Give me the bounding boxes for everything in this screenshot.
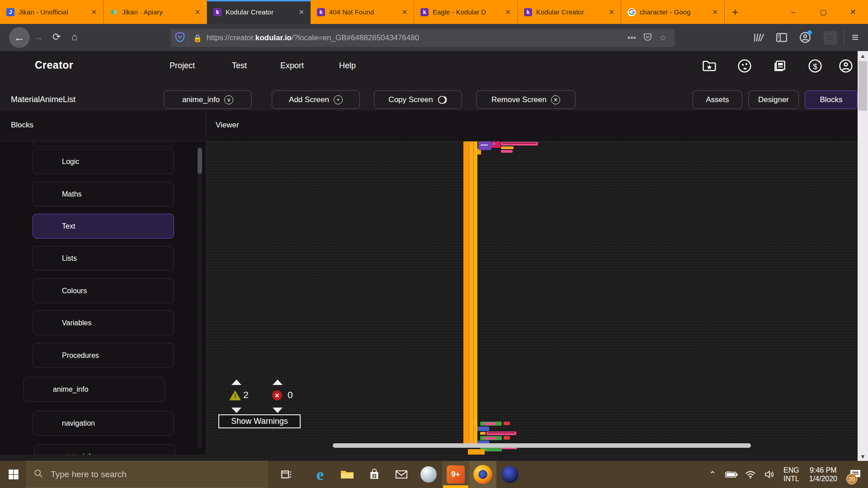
scroll-down-arrow[interactable]: ▼ [858,452,868,461]
variable-setter-block[interactable] [478,141,491,150]
copy-screen-button[interactable]: Copy Screen [374,90,462,109]
tab-character-google[interactable]: character - Goog ✕ [621,0,725,24]
search-input[interactable] [50,469,222,480]
sidebar-item-logic[interactable]: Logic [33,149,174,174]
blocks-button[interactable]: Blocks [805,90,858,109]
blocks-workspace-canvas[interactable]: ! 2 ✕ 0 Show Warnings [206,141,858,455]
orange-block-offscreen[interactable] [468,449,485,455]
firefox-icon[interactable] [469,461,496,488]
sidebar-item-partial-top[interactable] [33,141,174,147]
badge-9plus-app-icon[interactable]: 9+ [442,461,469,488]
language-indicator[interactable]: ENGINTL [783,466,799,483]
red-arg-block[interactable] [504,422,510,425]
tray-chevron-icon[interactable]: ⌃ [703,461,722,488]
tab-close-icon[interactable]: ✕ [400,7,409,17]
sidebar-item-partial-bottom[interactable]: stats_info [34,444,175,455]
red-arg-block[interactable] [504,436,510,440]
reload-button[interactable]: ⟳ [52,31,61,43]
window-close-button[interactable]: ✕ [838,0,868,24]
tab-close-icon[interactable]: ✕ [297,7,306,17]
my-projects-folder-icon[interactable] [701,57,718,75]
sidebar-toggle-icon[interactable] [776,32,788,45]
library-icon[interactable] [752,32,764,45]
url-text[interactable]: https://creator.kodular.io/?locale=en_GB… [207,33,624,42]
mail-icon[interactable] [388,461,415,488]
edge-icon[interactable]: e [307,461,334,488]
pink-message-block[interactable] [486,432,516,435]
hamburger-menu-icon[interactable]: ≡ [852,30,859,44]
creator-logo[interactable]: Creator [35,59,73,71]
error-prev-arrow[interactable] [273,380,283,385]
clock[interactable]: 9:46 PM1/4/2020 [809,466,837,483]
start-button[interactable] [0,461,27,488]
menu-help[interactable]: Help [339,61,356,70]
menu-test[interactable]: Test [232,61,247,70]
back-button[interactable]: ← [9,27,30,48]
menu-project[interactable]: Project [170,61,195,70]
sidebar-scrollbar-thumb[interactable] [198,148,202,174]
assets-button[interactable]: Assets [693,90,742,109]
text-string-block[interactable] [501,142,538,145]
sidebar-item-navigation[interactable]: navigation [33,411,174,436]
menu-export[interactable]: Export [280,61,304,70]
window-maximize-button[interactable]: ▢ [808,0,838,24]
bookmark-star-icon[interactable]: ☆ [659,33,666,43]
error-next-arrow[interactable] [273,408,283,413]
warning-next-arrow[interactable] [231,408,241,413]
sidebar-item-anime-info[interactable]: anime_info [24,377,165,402]
orange-get-block[interactable] [501,146,514,149]
tracking-shield-icon[interactable] [175,32,184,44]
volume-icon[interactable] [760,461,779,488]
tab-kodular-creator-2[interactable]: k Kodular Creator ✕ [518,0,621,24]
orange-text-block-column[interactable] [463,141,477,444]
microsoft-store-icon[interactable] [361,461,388,488]
url-bar[interactable]: 🔒 https://creator.kodular.io/?locale=en_… [171,29,675,47]
tab-close-icon[interactable]: ✕ [193,7,202,17]
add-screen-button[interactable]: Add Screen+ [272,90,360,109]
pocket-icon[interactable] [643,33,652,43]
forward-button[interactable]: → [33,31,43,43]
remove-screen-button[interactable]: Remove Screen✕ [476,90,576,109]
light-orb-app-icon[interactable] [415,461,442,488]
tab-eagle-kodular[interactable]: k Eagle - Kodular D ✕ [414,0,518,24]
tab-close-icon[interactable]: ✕ [503,7,513,17]
monetization-icon[interactable]: $ [807,57,824,75]
community-avatar-icon[interactable] [736,57,753,75]
profile-icon[interactable] [837,57,854,75]
wifi-icon[interactable] [741,461,760,488]
tab-jikan-unofficial[interactable]: J Jikan - Unofficial ✕ [0,0,104,24]
warning-prev-arrow[interactable] [231,380,241,385]
sidebar-item-procedures[interactable]: Procedures [33,343,174,368]
tab-jikan-apiary[interactable]: Jikan · Apiary ✕ [104,0,207,24]
account-icon[interactable] [799,32,811,45]
extension-icon[interactable]: ᗢ [824,31,837,45]
sidebar-item-text[interactable]: Text [33,214,174,239]
taskbar-search-box[interactable] [27,461,267,488]
screen-selector-dropdown[interactable]: anime_info∨ [164,90,252,109]
tab-404-not-found[interactable]: k 404 Not Found ✕ [311,0,414,24]
tab-close-icon[interactable]: ✕ [89,7,99,17]
sidebar-item-variables[interactable]: Variables [33,310,174,335]
battery-icon[interactable] [722,461,741,488]
news-library-icon[interactable] [771,57,788,75]
task-view-icon[interactable] [273,461,299,488]
show-warnings-button[interactable]: Show Warnings [218,414,301,428]
dark-orb-browser-icon[interactable] [496,461,524,488]
page-actions-icon[interactable]: ••• [627,33,636,43]
sidebar-item-maths[interactable]: Maths [33,182,174,206]
browser-vertical-scrollbar[interactable]: ▲ ▼ [858,51,868,461]
designer-button[interactable]: Designer [748,90,799,109]
workspace-horizontal-scrollbar[interactable] [333,443,751,448]
file-explorer-icon[interactable] [334,461,361,488]
new-tab-button[interactable]: + [725,0,745,24]
text-string-block[interactable] [501,150,513,153]
sidebar-item-colours[interactable]: Colours [33,278,174,303]
home-button[interactable]: ⌂ [71,31,77,43]
notification-center-icon[interactable]: 20 [843,461,868,488]
scrollbar-thumb[interactable] [859,61,867,111]
sidebar-scrollbar[interactable] [198,148,202,448]
tab-close-icon[interactable]: ✕ [710,7,720,17]
tab-kodular-creator-active[interactable]: k Kodular Creator ✕ [207,0,311,24]
tab-close-icon[interactable]: ✕ [607,7,616,17]
sidebar-item-lists[interactable]: Lists [33,246,174,271]
